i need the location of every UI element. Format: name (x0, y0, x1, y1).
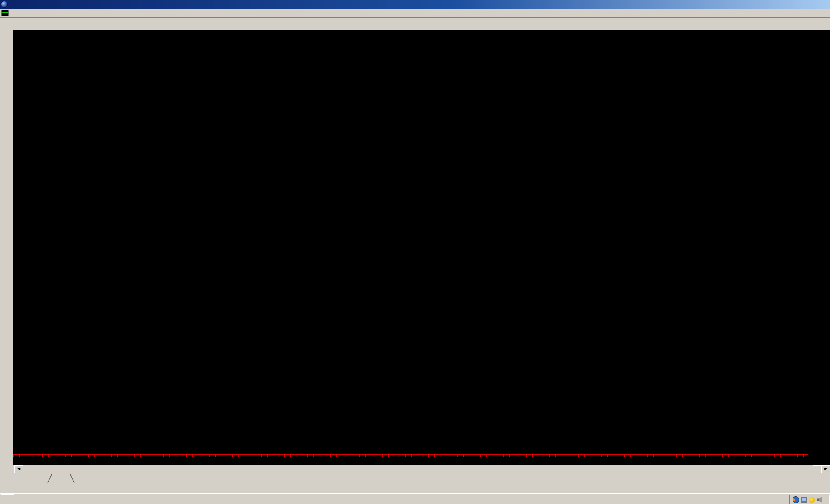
taskbar (0, 493, 830, 504)
horizontal-scrollbar[interactable]: ◀ ▶ (0, 465, 830, 473)
windows-flag-icon (4, 496, 10, 502)
system-tray (789, 495, 830, 504)
price-and-indicator-canvas[interactable] (13, 30, 808, 454)
chart-window-icon[interactable] (1, 10, 9, 16)
title-bar[interactable] (0, 0, 830, 9)
tradestation-app-icon[interactable] (1, 1, 8, 8)
main-toolbar (0, 18, 830, 30)
tradestation-tray-icon[interactable] (793, 496, 799, 503)
tab-eur[interactable] (47, 474, 75, 483)
start-button[interactable] (1, 494, 14, 504)
date-axis-ticks (13, 455, 808, 457)
menu-bar (0, 9, 830, 18)
globalserver-tray-icon[interactable] (801, 497, 807, 503)
workspace-tab-row (0, 473, 830, 484)
scroll-right-button[interactable]: ▶ (821, 465, 830, 474)
duck-tray-icon[interactable] (809, 497, 815, 503)
status-bar (0, 484, 830, 494)
price-axis[interactable] (808, 30, 830, 465)
date-axis[interactable] (13, 454, 808, 465)
scrollbar-thumb[interactable] (813, 465, 821, 474)
chart-plot-area[interactable] (13, 30, 808, 454)
scroll-left-button[interactable]: ◀ (14, 465, 23, 474)
volume-tray-icon[interactable] (817, 497, 822, 503)
drawing-toolbar (0, 30, 14, 476)
desktop-screen: ◀ ▶ (0, 0, 830, 504)
